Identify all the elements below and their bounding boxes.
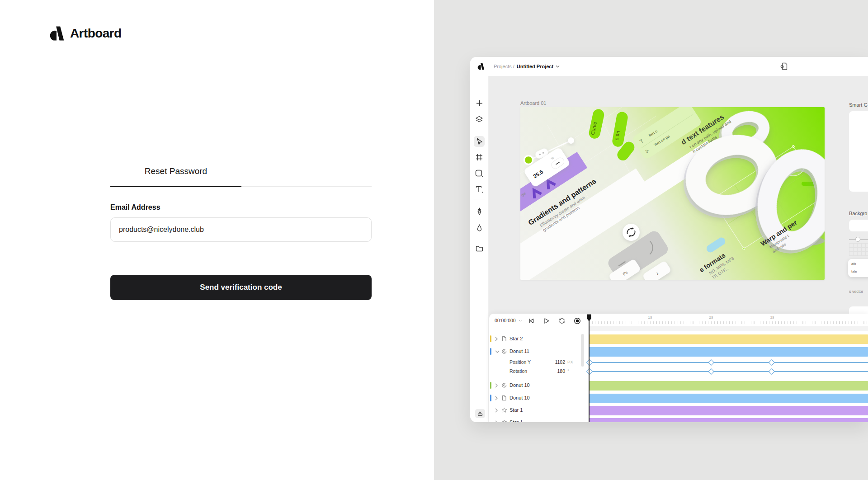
collapse-icon (477, 410, 483, 417)
rotate-button (623, 224, 640, 241)
popup-path-label: ath (851, 262, 856, 266)
playhead[interactable] (589, 315, 590, 422)
mini-slider-handle[interactable] (855, 237, 860, 242)
layers-tool-button[interactable] (474, 114, 485, 125)
collapse-panel-button[interactable] (475, 409, 485, 418)
layer-row-star-2[interactable]: Star 2 (489, 334, 589, 344)
app-logo-icon[interactable] (477, 62, 485, 71)
track-star-1a[interactable] (589, 406, 868, 415)
timeline-ruler[interactable] (589, 321, 868, 324)
layer-row-donut-11[interactable]: Donut 11 (489, 347, 589, 357)
page-icon (501, 395, 507, 401)
track-star-1b[interactable] (589, 418, 868, 422)
chevron-right-icon[interactable] (495, 383, 498, 388)
pen-tool-button[interactable] (474, 206, 485, 216)
layers-scrollbar[interactable] (581, 334, 584, 367)
ruler-3s: 3s (770, 315, 774, 320)
tab-reset-password[interactable]: Reset Password (110, 166, 241, 186)
layer-row-donut-10a[interactable]: Donut 10 (489, 381, 589, 391)
layer-row-star-1a[interactable]: Star 1 (489, 405, 589, 415)
app-header: Projects / Untitled Project (470, 57, 868, 76)
star-icon (501, 419, 507, 422)
select-tool-button[interactable] (474, 136, 485, 147)
track-donut-11[interactable] (589, 347, 868, 357)
layer-name: Donut 10 (509, 395, 530, 400)
layer-name: Star 2 (509, 336, 523, 341)
layer-row-donut-10b[interactable]: Donut 10 (489, 393, 589, 403)
track-donut-10b[interactable] (589, 394, 868, 403)
property-value[interactable]: 180 (542, 368, 565, 374)
ruler-2s: 2s (709, 315, 713, 320)
chevron-right-icon[interactable] (495, 396, 498, 400)
send-verification-button[interactable]: Send verification code (110, 275, 372, 300)
artboard-logo-icon (48, 25, 65, 42)
keyframe-diamond[interactable] (769, 359, 775, 366)
keyframe-diamond[interactable] (708, 368, 714, 375)
artboard-preview[interactable]: Curve e an T Text o ⊱ Text on pa (520, 107, 825, 280)
property-value[interactable]: 1102 (542, 359, 565, 365)
property-unit: ° (567, 368, 569, 373)
breadcrumb-projects[interactable]: Projects / (494, 64, 514, 69)
mini-grid (849, 243, 868, 256)
frame-tool-button[interactable] (474, 152, 485, 163)
chevron-down-icon (519, 320, 522, 322)
add-tool-button[interactable] (474, 98, 485, 108)
donut-icon (501, 348, 507, 354)
skip-to-start-button[interactable] (526, 316, 536, 326)
keyframe-diamond[interactable] (769, 368, 775, 375)
email-label: Email Address (110, 203, 160, 212)
auth-tabs: Reset Password (110, 166, 372, 187)
timecode-display[interactable]: 00:00:000 (495, 318, 522, 323)
chevron-right-icon[interactable] (495, 337, 498, 341)
email-field[interactable] (110, 217, 372, 242)
property-label: Position Y (509, 359, 531, 365)
chevron-down-icon (556, 65, 560, 68)
layer-name: Donut 11 (509, 348, 529, 354)
empty-track-row (589, 326, 868, 331)
toolbar-divider (473, 199, 485, 199)
property-popup[interactable]: ath × tate (848, 259, 868, 277)
play-button[interactable] (542, 316, 552, 326)
ink-tool-button[interactable] (474, 222, 485, 233)
popup-rotate-label: tate (851, 269, 857, 273)
screen: Artboard Reset Password Email Address Se… (0, 0, 868, 480)
track-donut-10a[interactable] (589, 381, 868, 391)
chevron-right-icon[interactable] (495, 408, 498, 413)
background-field[interactable] (849, 220, 868, 231)
brand-logo: Artboard (48, 25, 121, 42)
layer-name: Star 1 (509, 419, 523, 422)
layer-row-star-1b[interactable]: Star 1 (489, 418, 589, 422)
property-unit: PX (567, 359, 573, 364)
text-tool-button[interactable] (474, 184, 485, 195)
tab-underline (110, 186, 372, 187)
smart-guides-label: Smart G (849, 102, 868, 108)
property-row-position-y[interactable]: Position Y 1102 PX (489, 358, 589, 367)
breadcrumb-current[interactable]: Untitled Project (517, 64, 553, 69)
chevron-down-icon[interactable] (495, 350, 500, 353)
layer-color-bar (490, 382, 491, 389)
assets-tool-button[interactable] (474, 243, 485, 254)
shape-tool-button[interactable] (474, 168, 485, 179)
toolbar-divider (473, 238, 485, 238)
breadcrumb[interactable]: Projects / Untitled Project (494, 57, 560, 76)
layer-color-bar (490, 335, 491, 342)
keyframe-line-position-y (589, 362, 868, 363)
toolbar-divider (473, 129, 485, 129)
loop-button[interactable] (557, 316, 567, 326)
app-window: Projects / Untitled Project Artboard 01 (470, 57, 868, 422)
tab-underline-active (110, 186, 241, 187)
document-pin-icon[interactable] (779, 62, 788, 71)
timeline-panel: 00:00:000 1s 2s 3s (489, 314, 868, 422)
artboard-label[interactable]: Artboard 01 (520, 100, 546, 106)
chevron-right-icon[interactable] (495, 420, 498, 422)
keyframe-diamond[interactable] (708, 359, 714, 366)
track-star-2[interactable] (589, 334, 868, 344)
property-row-rotation[interactable]: Rotation 180 ° (489, 367, 589, 376)
property-label: Rotation (509, 368, 527, 374)
brand-name: Artboard (70, 26, 121, 41)
record-button[interactable] (572, 316, 582, 326)
playhead-marker[interactable] (587, 314, 591, 322)
smart-guides-panel[interactable] (849, 111, 868, 192)
keyframe-line-rotation (589, 371, 868, 372)
page-icon (501, 336, 507, 342)
